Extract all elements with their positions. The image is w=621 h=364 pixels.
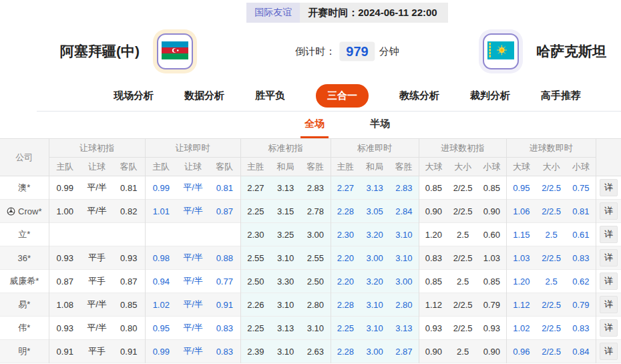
odds-cell: 0.90 [477, 200, 506, 223]
odds-cell: 1.00 [49, 200, 81, 223]
odds-cell: 2.39 [240, 340, 270, 363]
odds-cell: 1.01 [145, 200, 177, 223]
odds-cell: 平/半 [177, 246, 209, 270]
odds-cell: 0.85 [113, 293, 145, 317]
odds-cell: 3.10 [360, 317, 389, 340]
odds-cell: 1.15 [506, 223, 536, 246]
odds-cell: 3.10 [389, 246, 419, 270]
away-flag [483, 33, 519, 69]
odds-table-head: 公司让球初指让球即时标准初指标准即时进球数初指进球数即时主队让球客队主队让球客队… [0, 139, 621, 176]
sub-header: 和局 [360, 158, 389, 176]
odds-cell: 2.28 [331, 340, 360, 363]
odds-cell: 3.13 [270, 176, 300, 200]
odds-cell: 2.26 [240, 293, 270, 317]
odds-cell: 0.84 [566, 340, 596, 363]
odds-cell: 0.99 [145, 176, 177, 200]
detail-cell: 详 [596, 270, 621, 293]
odds-cell: 2.20 [331, 246, 360, 270]
odds-cell: 0.91 [49, 340, 81, 363]
nav-tab-7[interactable]: 高手推荐 [541, 89, 581, 102]
sub-header: 大球 [419, 158, 448, 176]
odds-cell: 1.03 [477, 246, 506, 270]
company-cell: Crow* [0, 200, 49, 223]
home-team: 阿塞拜疆(中) [60, 33, 193, 69]
away-team-name: 哈萨克斯坦 [536, 42, 606, 61]
odds-cell: 2.27 [240, 176, 270, 200]
odds-cell: 2.5 [536, 223, 566, 246]
subtab-1[interactable]: 全场 [300, 118, 329, 138]
group-header-3: 标准初指 [240, 139, 331, 158]
odds-cell: 0.93 [49, 246, 81, 270]
nav-tab-6[interactable]: 裁判分析 [470, 89, 510, 102]
detail-button[interactable]: 详 [600, 202, 618, 220]
odds-cell: 平/半 [81, 176, 113, 200]
detail-button[interactable]: 详 [600, 179, 618, 196]
odds-cell: 0.93 [113, 246, 145, 270]
sub-header: 小球 [566, 158, 596, 176]
odds-cell: 1.08 [49, 293, 81, 317]
detail-button[interactable]: 详 [600, 319, 618, 337]
sub-header: 主队 [145, 158, 177, 176]
odds-cell: 平/半 [81, 293, 113, 317]
odds-cell: 3.10 [270, 340, 300, 363]
nav-tab-4[interactable]: 三合一 [316, 84, 369, 108]
odds-cell: 2.83 [300, 176, 331, 200]
odds-cell: 平/半 [177, 176, 209, 200]
odds-cell: 2.25 [240, 200, 270, 223]
sub-header: 客队 [209, 158, 240, 176]
home-flag [157, 33, 193, 69]
company-name: 威廉希* [9, 275, 39, 287]
odds-cell: 0.88 [209, 246, 240, 270]
detail-cell: 详 [596, 176, 621, 200]
odds-cell: 3.10 [360, 293, 389, 317]
odds-cell: 2/2.5 [536, 340, 566, 363]
odds-cell: 0.99 [49, 176, 81, 200]
odds-cell: 2/2.5 [536, 317, 566, 340]
sub-header: 客胜 [300, 158, 331, 176]
nav-tab-3[interactable]: 胜平负 [255, 89, 285, 102]
odds-cell: 0.60 [477, 223, 506, 246]
detail-header [596, 139, 621, 176]
odds-cell: 0.90 [419, 340, 448, 363]
odds-cell: 平/半 [177, 317, 209, 340]
odds-cell: 0.95 [145, 317, 177, 340]
azerbaijan-flag-icon [162, 41, 188, 62]
odds-cell: 3.05 [360, 200, 389, 223]
company-header: 公司 [0, 139, 49, 176]
odds-cell: 0.83 [566, 317, 596, 340]
odds-cell [81, 223, 113, 246]
nav-tab-5[interactable]: 教练分析 [399, 89, 439, 102]
countdown-label: 倒计时： [295, 45, 335, 58]
sub-header: 和局 [270, 158, 300, 176]
odds-cell: 平手 [81, 270, 113, 293]
company-name: 易* [18, 299, 30, 311]
group-header-2: 让球即时 [145, 139, 240, 158]
company-cell: 立* [0, 223, 49, 246]
detail-button[interactable]: 详 [600, 296, 618, 313]
detail-button[interactable]: 详 [600, 249, 618, 266]
odds-cell: 平/半 [81, 200, 113, 223]
group-header-5: 进球数初指 [419, 139, 506, 158]
detail-button[interactable]: 详 [600, 226, 618, 243]
odds-cell: 2/2.5 [536, 246, 566, 270]
company-cell: 伟* [0, 317, 49, 340]
odds-cell: 1.12 [506, 293, 536, 317]
nav-tab-2[interactable]: 数据分析 [184, 89, 224, 102]
nav-tab-1[interactable]: 现场分析 [114, 89, 154, 102]
company-cell: 明* [0, 340, 49, 363]
sub-header: 主胜 [331, 158, 360, 176]
odds-cell: 0.81 [566, 200, 596, 223]
league-badge[interactable]: 国际友谊 [246, 3, 300, 23]
odds-cell: 2.50 [300, 270, 331, 293]
detail-button[interactable]: 详 [600, 272, 618, 290]
sub-header: 大小 [448, 158, 477, 176]
topbar: 国际友谊 开赛时间：2024-06-11 22:00 [246, 3, 447, 23]
company-name: 36* [17, 253, 31, 263]
subtab-2[interactable]: 半场 [366, 118, 394, 138]
odds-cell: 0.94 [145, 270, 177, 293]
odds-cell: 2.28 [331, 293, 360, 317]
odds-cell: 平手 [81, 340, 113, 363]
odds-cell: 平/半 [81, 317, 113, 340]
detail-button[interactable]: 详 [600, 343, 618, 360]
sub-header: 让球 [81, 158, 113, 176]
